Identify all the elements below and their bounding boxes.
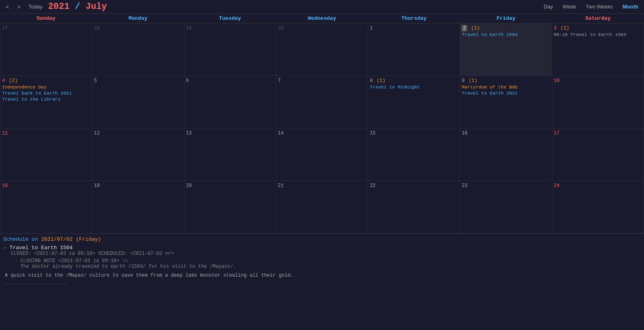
view-switcher: Day Week Two Weeks Month — [541, 3, 641, 11]
schedule-title: Schedule on 2021/07/02 (Friday) — [3, 236, 641, 242]
date-jul11: 11 — [2, 130, 8, 136]
cell-jul2[interactable]: 2 (1) Travel to Earth 1504 — [460, 23, 552, 76]
header-tuesday: Tuesday — [184, 14, 276, 23]
date-jul23: 23 — [462, 183, 467, 189]
event-jul8-1[interactable]: Travel to Midnight — [370, 84, 458, 90]
date-jul20: 20 — [186, 183, 192, 189]
date-jul5: 5 — [94, 78, 97, 84]
cell-jul17[interactable]: 17 — [552, 128, 644, 181]
cell-jul19[interactable]: 19 — [92, 181, 184, 233]
cell-jul5[interactable]: 5 — [92, 76, 184, 128]
cell-jul16[interactable]: 16 — [460, 128, 552, 181]
date-jul2: 2 — [462, 25, 467, 32]
calendar-grid: 27 28 29 30 1 2 (1) Travel to Earth 1504… — [0, 23, 644, 233]
cell-jun30[interactable]: 30 — [276, 23, 368, 76]
next-button[interactable]: > — [15, 3, 23, 11]
event-count-jul2: (1) — [471, 25, 480, 31]
cell-jul11[interactable]: 11 — [0, 128, 92, 181]
event-count-jul9: (1) — [468, 78, 477, 84]
date-jun27: 27 — [2, 25, 8, 31]
cell-jul3[interactable]: 3 (1) 09:18 Travel to Earth 1504 — [552, 23, 644, 76]
event-count-jul3: (1) — [561, 25, 570, 31]
schedule-note-2: The doctor already traveled to earth /15… — [15, 264, 641, 269]
date-jul14: 14 — [278, 130, 284, 136]
cell-jul18[interactable]: 18 — [0, 181, 92, 233]
date-jul8: 8 — [370, 78, 373, 84]
date-jul12: 12 — [94, 130, 100, 136]
date-jul7: 7 — [278, 78, 281, 84]
date-jul15: 15 — [370, 130, 375, 136]
cell-jul13[interactable]: 13 — [184, 128, 276, 181]
date-jun28: 28 — [94, 25, 100, 31]
view-week-button[interactable]: Week — [560, 3, 578, 11]
header-thursday: Thursday — [368, 14, 460, 23]
event-count-jul8: (1) — [377, 78, 386, 84]
calendar-header: < > Today 2021 / July Day Week Two Weeks… — [0, 0, 644, 14]
cell-jul9[interactable]: 9 (1) Martyrdom of the Báb Travel to Ear… — [460, 76, 552, 128]
schedule-entry-1: - Travel to Earth 1504 CLOSED: <2021-07-… — [3, 245, 641, 278]
date-jul6: 6 — [186, 78, 189, 84]
date-jun29: 29 — [186, 25, 192, 31]
date-jul24: 24 — [554, 183, 559, 189]
date-jul9: 9 — [462, 78, 464, 84]
schedule-date: 2021/07/02 (Friday) — [41, 236, 101, 242]
date-jun30: 30 — [278, 25, 284, 31]
title-month: July — [86, 2, 107, 12]
date-jul1: 1 — [370, 25, 373, 31]
day-header-row: Sunday Monday Tuesday Wednesday Thursday… — [0, 14, 644, 23]
event-jul3-1[interactable]: 09:18 Travel to Earth 1504 — [554, 32, 642, 37]
event-jul9-1[interactable]: Travel to Earth 2021 — [462, 90, 550, 96]
cell-jul15[interactable]: 15 — [368, 128, 460, 181]
view-day-button[interactable]: Day — [541, 3, 555, 11]
header-monday: Monday — [92, 14, 184, 23]
cell-jul21[interactable]: 21 — [276, 181, 368, 233]
schedule-section: Schedule on 2021/07/02 (Friday) - Travel… — [0, 233, 644, 289]
date-jul3: 3 — [554, 25, 557, 31]
date-jul13: 13 — [186, 130, 192, 136]
event-jul9-holiday[interactable]: Martyrdom of the Báb — [462, 84, 550, 90]
cell-jul22[interactable]: 22 — [368, 181, 460, 233]
today-button[interactable]: Today — [26, 3, 45, 11]
header-left: < > Today 2021 / July — [3, 2, 107, 12]
header-saturday: Saturday — [552, 14, 644, 23]
event-jul4-holiday[interactable]: Independence Day — [2, 84, 90, 90]
cell-jun27[interactable]: 27 — [0, 23, 92, 76]
prev-button[interactable]: < — [3, 3, 11, 11]
cell-jun29[interactable]: 29 — [184, 23, 276, 76]
view-month-button[interactable]: Month — [620, 3, 641, 11]
calendar-title: 2021 / July — [48, 2, 107, 12]
date-jul21: 21 — [278, 183, 284, 189]
cell-jul23[interactable]: 23 — [460, 181, 552, 233]
cell-jul14[interactable]: 14 — [276, 128, 368, 181]
cell-jul10[interactable]: 10 — [552, 76, 644, 128]
cell-jul12[interactable]: 12 — [92, 128, 184, 181]
date-jul10: 10 — [554, 78, 559, 84]
view-twoweeks-button[interactable]: Two Weeks — [583, 3, 615, 11]
title-sep: / — [75, 2, 85, 12]
title-year: 2021 — [48, 2, 70, 12]
date-jul22: 22 — [370, 183, 375, 189]
date-jul4: 4 — [2, 78, 5, 84]
cell-jul7[interactable]: 7 — [276, 76, 368, 128]
schedule-entry-title: - Travel to Earth 1504 — [3, 245, 641, 251]
date-jul16: 16 — [462, 130, 467, 136]
event-count-jul4: (2) — [9, 78, 18, 84]
cell-jul8[interactable]: 8 (1) Travel to Midnight — [368, 76, 460, 128]
cell-jul4[interactable]: 4 (2) Independence Day Travel back to Ea… — [0, 76, 92, 128]
date-jul18: 18 — [2, 183, 8, 189]
schedule-note-1: - CLOSING NOTE <2021-07-03 za 09:18> \\ — [15, 258, 641, 264]
schedule-meta: CLOSED: <2021-07-03 za 09:18> SCHEDULED:… — [5, 251, 641, 256]
cell-jun28[interactable]: 28 — [92, 23, 184, 76]
header-wednesday: Wednesday — [276, 14, 368, 23]
date-jul17: 17 — [554, 130, 559, 136]
cell-jul20[interactable]: 20 — [184, 181, 276, 233]
header-sunday: Sunday — [0, 14, 92, 23]
cell-jul1[interactable]: 1 — [368, 23, 460, 76]
event-jul4-2[interactable]: Travel to the Library — [2, 97, 90, 102]
event-jul2-1[interactable]: Travel to Earth 1504 — [462, 32, 550, 37]
header-friday: Friday — [460, 14, 552, 23]
event-jul4-1[interactable]: Travel back to Earth 2021 — [2, 90, 90, 96]
date-jul19: 19 — [94, 183, 100, 189]
cell-jul6[interactable]: 6 — [184, 76, 276, 128]
cell-jul24[interactable]: 24 — [552, 181, 644, 233]
